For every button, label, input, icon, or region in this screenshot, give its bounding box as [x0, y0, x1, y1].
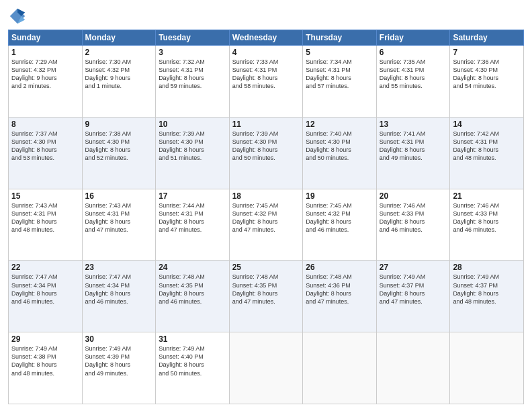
day-info: Sunrise: 7:45 AM Sunset: 4:32 PM Dayligh…	[306, 201, 373, 234]
day-info: Sunrise: 7:47 AM Sunset: 4:34 PM Dayligh…	[11, 273, 79, 306]
calendar-cell: 20Sunrise: 7:46 AM Sunset: 4:33 PM Dayli…	[376, 189, 450, 261]
logo	[8, 7, 30, 26]
calendar-cell	[376, 332, 450, 404]
page: SundayMondayTuesdayWednesdayThursdayFrid…	[0, 0, 532, 411]
day-info: Sunrise: 7:32 AM Sunset: 4:31 PM Dayligh…	[159, 58, 226, 91]
day-number: 31	[159, 334, 226, 344]
calendar-cell: 8Sunrise: 7:37 AM Sunset: 4:30 PM Daylig…	[9, 117, 83, 189]
day-info: Sunrise: 7:48 AM Sunset: 4:35 PM Dayligh…	[159, 273, 226, 306]
calendar-cell: 5Sunrise: 7:34 AM Sunset: 4:31 PM Daylig…	[303, 46, 377, 118]
calendar-cell: 22Sunrise: 7:47 AM Sunset: 4:34 PM Dayli…	[9, 261, 83, 332]
day-number: 5	[306, 48, 373, 57]
day-info: Sunrise: 7:39 AM Sunset: 4:30 PM Dayligh…	[232, 130, 300, 163]
day-number: 3	[159, 48, 226, 57]
calendar-cell: 7Sunrise: 7:36 AM Sunset: 4:30 PM Daylig…	[450, 46, 524, 118]
day-number: 26	[306, 263, 373, 272]
day-number: 28	[453, 263, 521, 272]
day-number: 4	[232, 48, 300, 57]
calendar-cell: 29Sunrise: 7:49 AM Sunset: 4:38 PM Dayli…	[9, 332, 83, 404]
day-number: 11	[232, 120, 300, 129]
day-number: 20	[380, 191, 447, 201]
day-number: 15	[11, 191, 79, 201]
day-info: Sunrise: 7:34 AM Sunset: 4:31 PM Dayligh…	[306, 58, 373, 91]
day-info: Sunrise: 7:30 AM Sunset: 4:32 PM Dayligh…	[85, 58, 153, 91]
calendar-cell: 24Sunrise: 7:48 AM Sunset: 4:35 PM Dayli…	[156, 261, 230, 332]
day-info: Sunrise: 7:35 AM Sunset: 4:31 PM Dayligh…	[380, 58, 447, 91]
calendar-cell	[303, 332, 377, 404]
calendar-cell	[229, 332, 303, 404]
day-info: Sunrise: 7:49 AM Sunset: 4:39 PM Dayligh…	[85, 345, 153, 377]
calendar-cell: 16Sunrise: 7:43 AM Sunset: 4:31 PM Dayli…	[82, 189, 156, 261]
day-number: 9	[85, 120, 153, 129]
day-info: Sunrise: 7:46 AM Sunset: 4:33 PM Dayligh…	[453, 201, 521, 234]
day-number: 1	[11, 48, 79, 57]
calendar-cell: 30Sunrise: 7:49 AM Sunset: 4:39 PM Dayli…	[82, 332, 156, 404]
day-info: Sunrise: 7:42 AM Sunset: 4:31 PM Dayligh…	[453, 130, 521, 163]
calendar-cell: 31Sunrise: 7:49 AM Sunset: 4:40 PM Dayli…	[156, 332, 230, 404]
calendar-cell: 19Sunrise: 7:45 AM Sunset: 4:32 PM Dayli…	[303, 189, 377, 261]
calendar-cell: 3Sunrise: 7:32 AM Sunset: 4:31 PM Daylig…	[156, 46, 230, 118]
day-number: 13	[380, 120, 447, 129]
calendar-cell: 14Sunrise: 7:42 AM Sunset: 4:31 PM Dayli…	[450, 117, 524, 189]
weekday-header-wednesday: Wednesday	[229, 30, 303, 46]
calendar-cell: 2Sunrise: 7:30 AM Sunset: 4:32 PM Daylig…	[82, 46, 156, 118]
weekday-header-monday: Monday	[82, 30, 156, 46]
day-info: Sunrise: 7:47 AM Sunset: 4:34 PM Dayligh…	[85, 273, 153, 306]
calendar-cell: 11Sunrise: 7:39 AM Sunset: 4:30 PM Dayli…	[229, 117, 303, 189]
day-info: Sunrise: 7:36 AM Sunset: 4:30 PM Dayligh…	[453, 58, 521, 91]
calendar-cell: 17Sunrise: 7:44 AM Sunset: 4:31 PM Dayli…	[156, 189, 230, 261]
day-info: Sunrise: 7:43 AM Sunset: 4:31 PM Dayligh…	[85, 201, 153, 234]
day-number: 7	[453, 48, 521, 57]
day-info: Sunrise: 7:49 AM Sunset: 4:38 PM Dayligh…	[11, 345, 79, 377]
weekday-header-sunday: Sunday	[9, 30, 83, 46]
day-number: 2	[85, 48, 153, 57]
day-number: 6	[380, 48, 447, 57]
weekday-header-tuesday: Tuesday	[156, 30, 230, 46]
header	[8, 7, 524, 26]
calendar-cell: 9Sunrise: 7:38 AM Sunset: 4:30 PM Daylig…	[82, 117, 156, 189]
day-info: Sunrise: 7:48 AM Sunset: 4:36 PM Dayligh…	[306, 273, 373, 306]
day-number: 30	[85, 334, 153, 344]
day-info: Sunrise: 7:29 AM Sunset: 4:32 PM Dayligh…	[11, 58, 79, 91]
day-info: Sunrise: 7:44 AM Sunset: 4:31 PM Dayligh…	[159, 201, 226, 234]
day-number: 18	[232, 191, 300, 201]
day-number: 10	[159, 120, 226, 129]
day-number: 29	[11, 334, 79, 344]
day-info: Sunrise: 7:49 AM Sunset: 4:40 PM Dayligh…	[159, 345, 226, 377]
logo-icon	[8, 7, 27, 26]
day-info: Sunrise: 7:33 AM Sunset: 4:31 PM Dayligh…	[232, 58, 300, 91]
day-number: 16	[85, 191, 153, 201]
day-info: Sunrise: 7:45 AM Sunset: 4:32 PM Dayligh…	[232, 201, 300, 234]
calendar-cell: 15Sunrise: 7:43 AM Sunset: 4:31 PM Dayli…	[9, 189, 83, 261]
calendar-cell: 6Sunrise: 7:35 AM Sunset: 4:31 PM Daylig…	[376, 46, 450, 118]
calendar-cell: 1Sunrise: 7:29 AM Sunset: 4:32 PM Daylig…	[9, 46, 83, 118]
day-info: Sunrise: 7:48 AM Sunset: 4:35 PM Dayligh…	[232, 273, 300, 306]
day-number: 27	[380, 263, 447, 272]
day-number: 21	[453, 191, 521, 201]
weekday-header-saturday: Saturday	[450, 30, 524, 46]
calendar-cell: 4Sunrise: 7:33 AM Sunset: 4:31 PM Daylig…	[229, 46, 303, 118]
day-info: Sunrise: 7:39 AM Sunset: 4:30 PM Dayligh…	[159, 130, 226, 163]
calendar-cell: 10Sunrise: 7:39 AM Sunset: 4:30 PM Dayli…	[156, 117, 230, 189]
calendar-cell: 28Sunrise: 7:49 AM Sunset: 4:37 PM Dayli…	[450, 261, 524, 332]
weekday-header-friday: Friday	[376, 30, 450, 46]
day-number: 12	[306, 120, 373, 129]
day-info: Sunrise: 7:46 AM Sunset: 4:33 PM Dayligh…	[380, 201, 447, 234]
calendar-cell: 13Sunrise: 7:41 AM Sunset: 4:31 PM Dayli…	[376, 117, 450, 189]
weekday-header-thursday: Thursday	[303, 30, 377, 46]
calendar-cell	[450, 332, 524, 404]
calendar-cell: 18Sunrise: 7:45 AM Sunset: 4:32 PM Dayli…	[229, 189, 303, 261]
day-info: Sunrise: 7:37 AM Sunset: 4:30 PM Dayligh…	[11, 130, 79, 163]
day-number: 17	[159, 191, 226, 201]
calendar-cell: 26Sunrise: 7:48 AM Sunset: 4:36 PM Dayli…	[303, 261, 377, 332]
day-number: 19	[306, 191, 373, 201]
calendar-cell: 21Sunrise: 7:46 AM Sunset: 4:33 PM Dayli…	[450, 189, 524, 261]
calendar-cell: 27Sunrise: 7:49 AM Sunset: 4:37 PM Dayli…	[376, 261, 450, 332]
day-number: 25	[232, 263, 300, 272]
day-info: Sunrise: 7:49 AM Sunset: 4:37 PM Dayligh…	[453, 273, 521, 306]
day-number: 14	[453, 120, 521, 129]
calendar-table: SundayMondayTuesdayWednesdayThursdayFrid…	[8, 30, 524, 404]
day-info: Sunrise: 7:43 AM Sunset: 4:31 PM Dayligh…	[11, 201, 79, 234]
calendar-cell: 25Sunrise: 7:48 AM Sunset: 4:35 PM Dayli…	[229, 261, 303, 332]
day-number: 22	[11, 263, 79, 272]
